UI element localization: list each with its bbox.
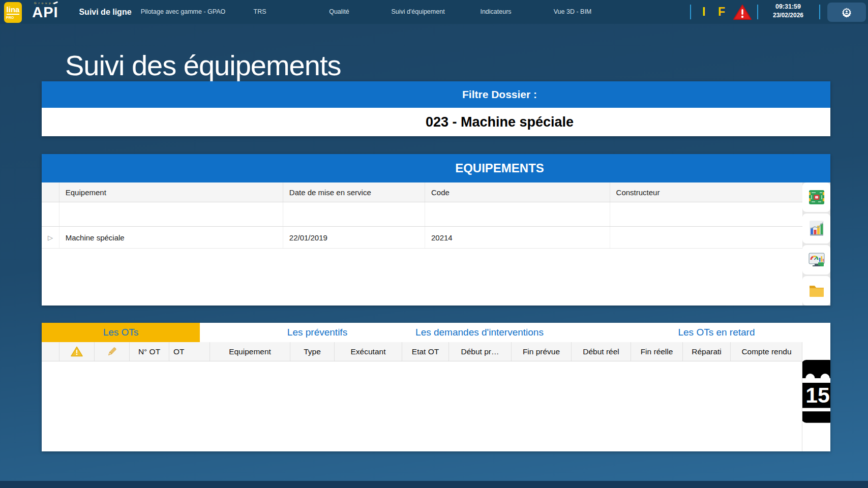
circuit-board-button[interactable] xyxy=(802,182,830,212)
ot-column-compte-rendu[interactable]: Compte rendu xyxy=(730,342,802,361)
folder-icon xyxy=(807,282,826,300)
equipments-header: EQUIPEMENTS xyxy=(42,154,830,182)
column-header-code[interactable]: Code xyxy=(425,182,610,202)
equipments-side-toolbar xyxy=(802,182,830,306)
equipment-constructeur-cell xyxy=(610,227,802,248)
status-letter-f[interactable]: F xyxy=(718,0,725,24)
ot-column-fin-prevue[interactable]: Fin prévue xyxy=(511,342,571,361)
ot-column-blank xyxy=(42,342,59,361)
nav-item-qualite[interactable]: Qualité xyxy=(329,0,349,24)
equipment-date-cell: 22/01/2019 xyxy=(283,227,425,248)
calendar-day-number: 15 xyxy=(805,383,830,407)
filter-dossier-header: Filtre Dossier : xyxy=(42,81,830,108)
nav-item-trs[interactable]: TRS xyxy=(254,0,266,24)
ot-column-equipement[interactable]: Equipement xyxy=(209,342,290,361)
ot-column-debut-reel[interactable]: Début réel xyxy=(571,342,631,361)
top-navbar: lina PRO Groupe API Suivi de ligne Pilot… xyxy=(0,0,868,24)
dashboard-button[interactable] xyxy=(802,245,830,274)
tab-les-ots[interactable]: Les OTs xyxy=(42,323,200,342)
warning-triangle-icon xyxy=(71,346,83,357)
lina-logo-text: lina xyxy=(7,6,20,15)
topbar-divider xyxy=(757,5,758,19)
ot-tabs: Les OTs Les préventifs Les demandes d'in… xyxy=(42,323,830,342)
bar-chart-button[interactable] xyxy=(802,214,830,243)
filter-cell-code[interactable] xyxy=(425,202,610,226)
nav-item-indicateurs[interactable]: Indicateurs xyxy=(480,0,511,24)
groupe-api-logo[interactable]: Groupe API xyxy=(29,2,62,20)
ot-table-header-row: N° OT OT Equipement Type Exécutant Etat … xyxy=(42,342,802,361)
equipment-code-cell: 20214 xyxy=(425,227,610,248)
ot-column-fin-reelle[interactable]: Fin réelle xyxy=(631,342,682,361)
ot-column-pencil[interactable] xyxy=(94,342,129,361)
clock: 09:31:59 23/02/2026 xyxy=(760,3,816,19)
column-header-date-mise-en-service[interactable]: Date de mise en service xyxy=(283,182,425,202)
equipments-panel: EQUIPEMENTS Equipement Date de mise en s… xyxy=(42,154,830,306)
ot-column-etat-ot[interactable]: Etat OT xyxy=(402,342,448,361)
alert-triangle-icon[interactable] xyxy=(733,4,752,23)
topbar-divider xyxy=(690,5,691,19)
gear-icon xyxy=(841,6,853,18)
settings-button[interactable] xyxy=(827,3,866,22)
expand-arrow-icon[interactable]: ▷ xyxy=(48,234,53,241)
filter-cell-constructeur[interactable] xyxy=(610,202,802,226)
filter-dossier-panel: Filtre Dossier : 023 - Machine spéciale xyxy=(42,81,830,136)
nav-item-pilotage-gpao[interactable]: Pilotage avec gamme - GPAO xyxy=(140,0,226,24)
ot-column-reparation[interactable]: Réparati xyxy=(682,342,730,361)
footer-strip xyxy=(0,481,868,488)
filter-cell[interactable] xyxy=(42,202,59,226)
ot-column-executant[interactable]: Exécutant xyxy=(334,342,402,361)
tab-les-preventifs[interactable]: Les préventifs xyxy=(287,323,347,342)
page-title: Suivi des équipements xyxy=(65,49,341,82)
filter-cell-equipement[interactable] xyxy=(59,202,283,226)
ot-column-ot[interactable]: OT xyxy=(169,342,209,361)
tab-ots-en-retard[interactable]: Les OTs en retard xyxy=(678,323,755,342)
nav-item-suivi-equipement[interactable]: Suivi d'équipement xyxy=(391,0,444,24)
status-letter-i[interactable]: I xyxy=(702,0,705,24)
calendar-day-icon: 15 xyxy=(802,348,830,436)
filter-cell-date[interactable] xyxy=(283,202,425,226)
topbar-divider xyxy=(819,5,820,19)
column-header-constructeur[interactable]: Constructeur xyxy=(610,182,802,202)
filter-dossier-value[interactable]: 023 - Machine spéciale xyxy=(42,108,830,136)
tab-demandes-interventions[interactable]: Les demandes d'interventions xyxy=(415,323,544,342)
pencil-icon xyxy=(106,346,118,358)
column-header-equipement[interactable]: Equipement xyxy=(59,182,283,202)
ot-panel: Les OTs Les préventifs Les demandes d'in… xyxy=(42,323,830,451)
equipments-table: Equipement Date de mise en service Code … xyxy=(42,182,830,306)
clock-time: 09:31:59 xyxy=(760,3,816,11)
dashboard-gauge-icon xyxy=(807,251,826,269)
ot-column-debut-prevue[interactable]: Début pr… xyxy=(448,342,511,361)
nav-item-vue3d-bim[interactable]: Vue 3D - BIM xyxy=(554,0,592,24)
api-label: API xyxy=(32,4,58,20)
equipment-name-cell: Machine spéciale xyxy=(59,227,283,248)
ot-column-type[interactable]: Type xyxy=(290,342,334,361)
lina-logo-sub: PRO xyxy=(6,16,22,19)
folder-button[interactable] xyxy=(802,276,830,306)
app-screen: lina PRO Groupe API Suivi de ligne Pilot… xyxy=(0,0,868,488)
ot-column-warning[interactable] xyxy=(59,342,94,361)
equipments-filter-row xyxy=(42,202,802,227)
nav-item-suivi-de-ligne[interactable]: Suivi de ligne xyxy=(79,0,131,24)
lina-logo[interactable]: lina PRO xyxy=(4,2,22,23)
calendar-side-button[interactable]: 15 xyxy=(802,342,830,451)
equipments-header-row: Equipement Date de mise en service Code … xyxy=(42,182,802,202)
equipment-row[interactable]: ▷ Machine spéciale 22/01/2019 20214 xyxy=(42,227,802,249)
ot-column-numero-ot[interactable]: N° OT xyxy=(129,342,169,361)
column-header-blank xyxy=(42,182,59,202)
ot-table-body xyxy=(42,361,802,451)
circuit-board-icon xyxy=(807,188,826,206)
clock-date: 23/02/2026 xyxy=(760,11,816,19)
bar-chart-icon xyxy=(807,219,826,237)
